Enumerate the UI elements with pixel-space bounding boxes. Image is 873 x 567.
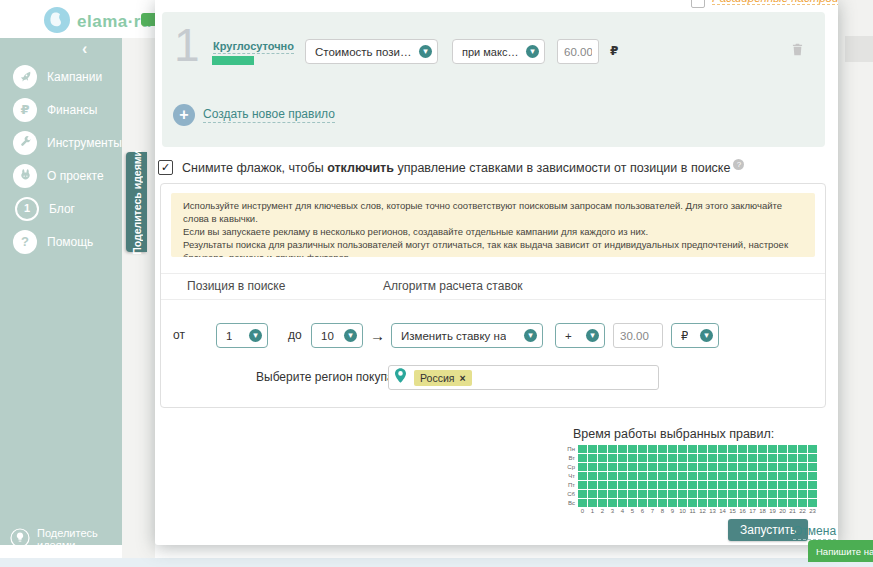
schedule-cell[interactable] [678, 454, 687, 462]
schedule-cell[interactable] [628, 490, 637, 498]
schedule-cell[interactable] [808, 463, 817, 471]
schedule-cell[interactable] [608, 445, 617, 453]
schedule-cell[interactable] [658, 490, 667, 498]
schedule-cell[interactable] [688, 490, 697, 498]
metric-dropdown[interactable]: Стоимость позиции с мак... [305, 39, 438, 64]
schedule-cell[interactable] [798, 499, 807, 507]
schedule-cell[interactable] [768, 499, 777, 507]
schedule-cell[interactable] [748, 472, 757, 480]
sidebar-collapse-button[interactable]: ‹ [82, 40, 87, 58]
schedule-cell[interactable] [668, 499, 677, 507]
schedule-cell[interactable] [678, 445, 687, 453]
schedule-cell[interactable] [808, 454, 817, 462]
schedule-cell[interactable] [588, 499, 597, 507]
schedule-cell[interactable] [628, 472, 637, 480]
schedule-cell[interactable] [778, 454, 787, 462]
schedule-cell[interactable] [788, 481, 797, 489]
schedule-cell[interactable] [688, 445, 697, 453]
schedule-cell[interactable] [748, 490, 757, 498]
amount-input[interactable] [613, 323, 663, 348]
operator-select[interactable]: + [555, 323, 605, 348]
schedule-cell[interactable] [698, 463, 707, 471]
schedule-cell[interactable] [788, 472, 797, 480]
advanced-settings-checkbox[interactable] [691, 0, 705, 8]
condition-dropdown[interactable]: при максимальной... [452, 39, 545, 64]
schedule-cell[interactable] [758, 445, 767, 453]
schedule-cell[interactable] [768, 463, 777, 471]
schedule-cell[interactable] [668, 445, 677, 453]
schedule-cell[interactable] [728, 481, 737, 489]
schedule-cell[interactable] [738, 481, 747, 489]
sidebar-item-about[interactable]: О проекте [0, 159, 122, 192]
schedule-cell[interactable] [768, 472, 777, 480]
schedule-cell[interactable] [708, 472, 717, 480]
schedule-cell[interactable] [778, 490, 787, 498]
schedule-cell[interactable] [608, 481, 617, 489]
schedule-cell[interactable] [748, 445, 757, 453]
schedule-cell[interactable] [728, 499, 737, 507]
position-from-select[interactable]: 1 [216, 323, 268, 348]
schedule-cell[interactable] [628, 499, 637, 507]
schedule-cell[interactable] [728, 463, 737, 471]
elama-logo[interactable]: elama·ru [44, 7, 152, 37]
schedule-cell[interactable] [798, 445, 807, 453]
schedule-cell[interactable] [648, 481, 657, 489]
schedule-cell[interactable] [628, 481, 637, 489]
schedule-cell[interactable] [768, 445, 777, 453]
schedule-cell[interactable] [808, 472, 817, 480]
schedule-cell[interactable] [618, 499, 627, 507]
schedule-cell[interactable] [598, 490, 607, 498]
schedule-cell[interactable] [738, 454, 747, 462]
schedule-cell[interactable] [718, 463, 727, 471]
share-ideas-tab[interactable]: Поделитесь идеями [126, 152, 147, 252]
schedule-cell[interactable] [588, 454, 597, 462]
schedule-cell[interactable] [698, 481, 707, 489]
schedule-cell[interactable] [808, 445, 817, 453]
schedule-cell[interactable] [768, 490, 777, 498]
schedule-cell[interactable] [708, 445, 717, 453]
schedule-cell[interactable] [578, 481, 587, 489]
schedule-cell[interactable] [668, 463, 677, 471]
max-bid-input[interactable] [557, 39, 599, 64]
schedule-cell[interactable] [728, 445, 737, 453]
schedule-cell[interactable] [608, 490, 617, 498]
schedule-cell[interactable] [688, 472, 697, 480]
schedule-cell[interactable] [758, 463, 767, 471]
schedule-cell[interactable] [758, 490, 767, 498]
schedule-cell[interactable] [758, 499, 767, 507]
schedule-cell[interactable] [698, 490, 707, 498]
schedule-cell[interactable] [578, 454, 587, 462]
schedule-cell[interactable] [718, 454, 727, 462]
schedule-cell[interactable] [758, 454, 767, 462]
schedule-cell[interactable] [628, 445, 637, 453]
schedule-cell[interactable] [788, 499, 797, 507]
schedule-cell[interactable] [748, 499, 757, 507]
currency-select[interactable]: ₽ [671, 323, 719, 348]
schedule-cell[interactable] [578, 445, 587, 453]
schedule-cell[interactable] [738, 463, 747, 471]
share-ideas-link[interactable]: Поделитесь идеями [10, 527, 122, 553]
schedule-cell[interactable] [678, 499, 687, 507]
schedule-cell[interactable] [778, 499, 787, 507]
schedule-cell[interactable] [718, 499, 727, 507]
schedule-cell[interactable] [758, 472, 767, 480]
schedule-cell[interactable] [788, 454, 797, 462]
schedule-cell[interactable] [638, 445, 647, 453]
schedule-cell[interactable] [728, 472, 737, 480]
schedule-cell[interactable] [608, 463, 617, 471]
schedule-cell[interactable] [608, 472, 617, 480]
chat-widget[interactable]: Напишите нам, мы [808, 540, 873, 562]
schedule-cell[interactable] [608, 454, 617, 462]
schedule-cell[interactable] [638, 481, 647, 489]
schedule-cell[interactable] [698, 445, 707, 453]
schedule-cell[interactable] [648, 463, 657, 471]
schedule-cell[interactable] [708, 481, 717, 489]
schedule-cell[interactable] [748, 463, 757, 471]
schedule-cell[interactable] [798, 481, 807, 489]
schedule-cell[interactable] [678, 463, 687, 471]
sidebar-item-campaigns[interactable]: Кампании [0, 60, 122, 93]
schedule-cell[interactable] [598, 463, 607, 471]
schedule-cell[interactable] [778, 481, 787, 489]
schedule-cell[interactable] [648, 499, 657, 507]
schedule-cell[interactable] [778, 472, 787, 480]
